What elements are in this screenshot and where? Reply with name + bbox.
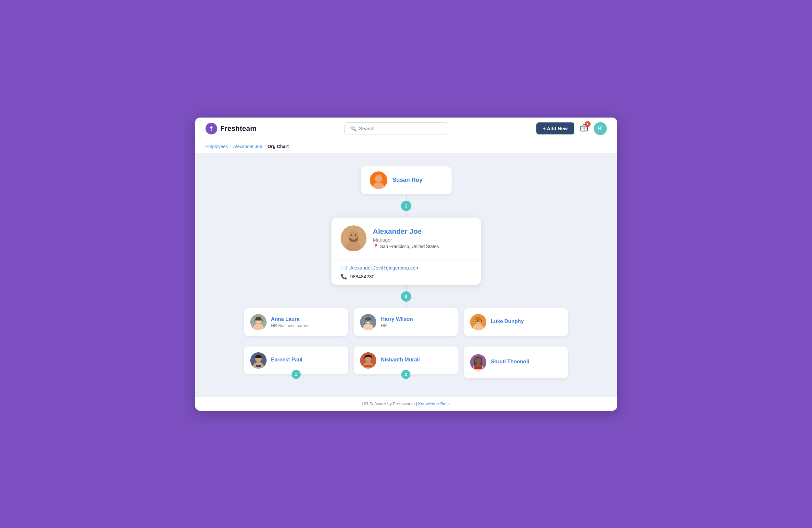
email-icon: ✉️ <box>340 265 347 271</box>
harry-role: HR <box>381 323 413 328</box>
search-area: 🔍 <box>262 123 531 134</box>
svg-rect-37 <box>364 365 372 367</box>
nishanth-name: Nishanth Murali <box>381 357 420 363</box>
line-bubble-to-children <box>406 302 406 308</box>
shruti-avatar <box>470 354 487 371</box>
svg-point-13 <box>351 234 352 236</box>
breadcrumb-sep-2: › <box>264 144 265 149</box>
nishanth-count-bubble[interactable]: 2 <box>401 370 410 379</box>
line-bubble-to-main <box>406 211 406 217</box>
header: Freshteam 🔍 + Add New 1 K <box>195 117 617 140</box>
root-connector: Susan Roy 1 <box>361 166 452 217</box>
search-box: 🔍 <box>345 123 448 134</box>
main-location: 📍 San Francisco, United States <box>373 244 439 249</box>
children-section: Anna Laura HR Business partner <box>244 308 568 384</box>
org-chart: Susan Roy 1 <box>215 166 598 384</box>
email-row: ✉️ Alexander.Joe@gingercorp.com <box>340 265 472 271</box>
root-avatar <box>370 171 387 189</box>
svg-point-14 <box>355 234 356 236</box>
breadcrumb-employees[interactable]: Employees <box>205 144 228 149</box>
nishanth-avatar <box>360 352 376 369</box>
main-name: Alexander Joe <box>373 227 439 236</box>
child-card-nishanth[interactable]: Nishanth Murali 2 <box>353 346 459 374</box>
notification-badge: 1 <box>585 121 591 127</box>
svg-point-12 <box>350 232 358 240</box>
main-connector: Alexander Joe Manager 📍 San Francisco, U… <box>332 217 481 308</box>
root-card[interactable]: Susan Roy <box>361 166 452 194</box>
earnest-name: Earnest Paul <box>271 357 303 363</box>
luke-avatar <box>470 314 487 330</box>
phone-row: 📞 988484230 <box>340 273 472 280</box>
app-name: Freshteam <box>220 124 257 133</box>
main-info: Alexander Joe Manager 📍 San Francisco, U… <box>373 227 439 249</box>
child-card-earnest[interactable]: Earnest Paul 1 <box>244 346 349 374</box>
child-card-shruti[interactable]: Shruti Thoonoli <box>464 346 568 378</box>
line-root-to-bubble <box>406 194 406 201</box>
svg-rect-41 <box>474 367 482 369</box>
location-pin-icon: 📍 <box>373 244 379 249</box>
harry-info: Harry Wilson HR <box>381 316 413 328</box>
anna-avatar <box>250 314 266 330</box>
main-card[interactable]: Alexander Joe Manager 📍 San Francisco, U… <box>332 217 481 285</box>
breadcrumb-alexander-joe[interactable]: Alexander Joe <box>233 144 262 149</box>
shruti-info: Shruti Thoonoli <box>491 359 529 366</box>
svg-rect-33 <box>256 365 261 367</box>
luke-info: Luke Dunphy <box>491 318 524 325</box>
footer-separator: | <box>416 401 418 406</box>
add-new-button[interactable]: + Add New <box>536 123 574 134</box>
main-card-top: Alexander Joe Manager 📍 San Francisco, U… <box>332 217 481 259</box>
child-card-luke[interactable]: Luke Dunphy <box>464 308 568 336</box>
search-input[interactable] <box>359 126 443 131</box>
root-count-bubble[interactable]: 1 <box>401 201 411 211</box>
breadcrumb-sep-1: › <box>230 144 231 149</box>
main-card-bottom: ✉️ Alexander.Joe@gingercorp.com 📞 988484… <box>332 259 481 285</box>
earnest-count-bubble[interactable]: 1 <box>292 370 301 379</box>
main-content: Susan Roy 1 <box>195 153 617 397</box>
anna-info: Anna Laura HR Business partner <box>271 316 310 328</box>
earnest-avatar <box>250 352 266 369</box>
footer-text: HR Software <box>362 401 386 406</box>
phone-number: 988484230 <box>350 274 375 279</box>
main-count-bubble[interactable]: 6 <box>401 291 411 302</box>
app-logo-icon <box>205 123 217 134</box>
main-role: Manager <box>373 237 439 243</box>
main-avatar <box>340 225 366 251</box>
harry-avatar <box>360 314 376 330</box>
email-link[interactable]: Alexander.Joe@gingercorp.com <box>350 265 420 271</box>
header-actions: + Add New 1 K <box>536 122 607 135</box>
breadcrumb: Employees › Alexander Joe › Org Chart <box>195 140 617 153</box>
footer-knowledge-base-link[interactable]: Knowledge Base <box>418 401 450 406</box>
search-icon: 🔍 <box>350 125 357 131</box>
svg-point-6 <box>375 175 382 182</box>
earnest-info: Earnest Paul <box>271 357 303 364</box>
root-name: Susan Roy <box>393 177 423 184</box>
nishanth-info: Nishanth Murali <box>381 357 420 364</box>
breadcrumb-org-chart: Org Chart <box>267 144 289 149</box>
child-card-anna[interactable]: Anna Laura HR Business partner <box>244 308 349 336</box>
app-window: Freshteam 🔍 + Add New 1 K Employe <box>195 117 617 411</box>
phone-icon: 📞 <box>340 273 347 280</box>
children-grid: Anna Laura HR Business partner <box>244 308 568 384</box>
logo-area: Freshteam <box>205 123 257 134</box>
svg-point-0 <box>210 126 212 129</box>
luke-name: Luke Dunphy <box>491 318 524 324</box>
anna-name: Anna Laura <box>271 316 310 322</box>
footer: HR Software by Freshworks | Knowledge Ba… <box>195 397 617 411</box>
footer-by: by Freshworks <box>387 401 415 406</box>
notifications-button[interactable]: 1 <box>580 123 589 134</box>
svg-point-1 <box>211 129 212 131</box>
child-card-harry[interactable]: Harry Wilson HR <box>353 308 459 336</box>
anna-role: HR Business partner <box>271 323 310 328</box>
harry-name: Harry Wilson <box>381 316 413 322</box>
user-avatar-button[interactable]: K <box>594 122 607 135</box>
shruti-name: Shruti Thoonoli <box>491 359 529 365</box>
line-main-to-bubble <box>406 285 406 291</box>
